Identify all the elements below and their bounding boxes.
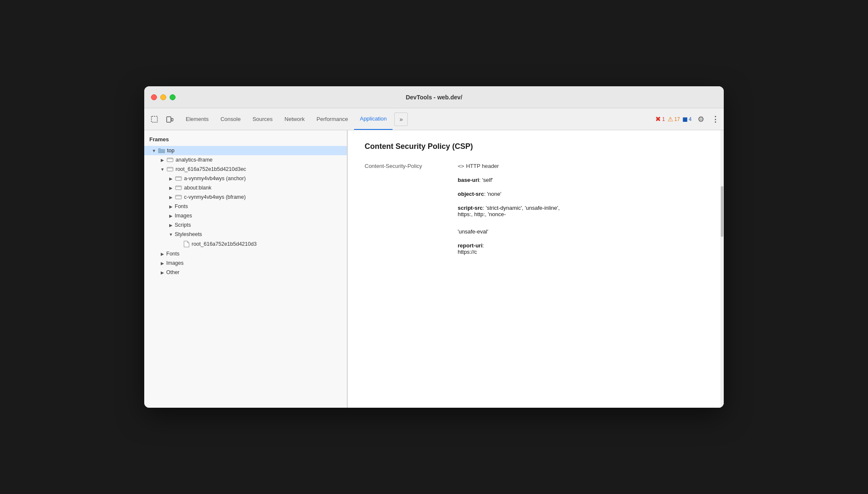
sidebar-item-fonts-sub-label: Fonts (175, 203, 188, 209)
csp-label-empty-4 (365, 225, 458, 242)
content-scrollbar (720, 130, 724, 408)
chevron-stylesheets-sub: ▼ (168, 231, 174, 237)
csp-label: Content-Security-Policy (365, 163, 458, 177)
chevron-fonts-sub: ▶ (168, 203, 174, 209)
settings-button[interactable]: ⚙ (694, 113, 708, 126)
csp-value-script-src: script-src: 'strict-dynamic', 'unsafe-in… (458, 205, 703, 225)
csp-row-blank: 'unsafe-eval' (365, 225, 703, 242)
sidebar-item-scripts-sub[interactable]: ▶ Scripts (144, 220, 347, 230)
content-scrollbar-thumb[interactable] (721, 186, 723, 237)
devtools-window: DevTools - web.dev/ Elements Console (144, 86, 724, 408)
sidebar-item-scripts-sub-label: Scripts (175, 222, 191, 228)
chevron-c-vynmy: ▶ (168, 194, 174, 200)
csp-table: Content-Security-Policy <> HTTP header b… (365, 163, 703, 263)
csp-value-http: <> HTTP header (458, 163, 703, 177)
error-badge[interactable]: ✖ 1 (655, 115, 665, 123)
sidebar-item-images-top[interactable]: ▶ Images (144, 258, 347, 268)
chevron-images-top: ▶ (159, 260, 165, 266)
toolbar-tabs: Elements Console Sources Network Perform… (180, 108, 655, 130)
http-icon: <> (458, 163, 464, 169)
sidebar-item-stylesheet-file[interactable]: ▶ root_616a752e1b5d4210d3 (144, 239, 347, 249)
traffic-lights (151, 94, 176, 100)
sidebar-item-fonts-top[interactable]: ▶ Fonts (144, 249, 347, 258)
chevron-top: ▼ (151, 148, 157, 154)
more-options-button[interactable]: ⋮ (710, 113, 720, 126)
maximize-button[interactable] (170, 94, 176, 100)
sidebar-item-images-sub[interactable]: ▶ Images (144, 211, 347, 220)
sidebar-item-fonts-top-label: Fonts (166, 251, 179, 257)
sidebar-item-a-vynmy[interactable]: ▶ a-vynmy4vb4wys (anchor) (144, 174, 347, 183)
toolbar-right: ✖ 1 ⚠ 17 ◼ 4 ⚙ ⋮ (655, 113, 720, 126)
sidebar-item-analytics-iframe[interactable]: ▶ analytics-iframe (144, 155, 347, 165)
http-badge: <> HTTP header (458, 163, 499, 169)
close-button[interactable] (151, 94, 157, 100)
folder-icon-a-vynmy (175, 176, 182, 181)
sidebar-item-stylesheets-sub[interactable]: ▼ Stylesheets (144, 230, 347, 239)
folder-icon-c-vynmy (175, 194, 182, 200)
folder-icon-about-blank (175, 185, 182, 191)
select-element-button[interactable] (148, 113, 161, 126)
tab-application[interactable]: Application (354, 108, 393, 130)
chevron-analytics: ▶ (159, 157, 165, 163)
window-title: DevTools - web.dev/ (406, 94, 462, 101)
sidebar-item-stylesheet-file-label: root_616a752e1b5d4210d3 (192, 241, 257, 247)
toolbar: Elements Console Sources Network Perform… (144, 108, 724, 130)
folder-icon-top (158, 148, 165, 154)
minimize-button[interactable] (160, 94, 166, 100)
csp-label-empty-2 (365, 191, 458, 205)
sidebar-header: Frames (144, 134, 347, 146)
chevron-other-top: ▶ (159, 269, 165, 275)
csp-label-empty-5 (365, 242, 458, 263)
chevron-root-main: ▼ (159, 166, 165, 172)
sidebar-item-about-blank[interactable]: ▶ about:blank (144, 183, 347, 192)
csp-title: Content Security Policy (CSP) (365, 142, 703, 151)
svg-rect-2 (171, 118, 173, 121)
titlebar: DevTools - web.dev/ (144, 86, 724, 108)
tab-performance[interactable]: Performance (310, 108, 354, 130)
sidebar-item-root-main[interactable]: ▼ root_616a752e1b5d4210d3ec (144, 165, 347, 174)
sidebar-item-other-top-label: Other (166, 269, 179, 275)
svg-rect-11 (176, 195, 181, 199)
main-area: Frames ▼ top ▶ (144, 130, 724, 408)
tab-console[interactable]: Console (214, 108, 247, 130)
sidebar-item-images-sub-label: Images (175, 213, 192, 219)
svg-rect-9 (176, 186, 181, 190)
csp-value-report-uri: report-uri: https://c (458, 242, 703, 263)
sidebar-item-c-vynmy[interactable]: ▶ c-vynmy4vb4wys (bframe) (144, 192, 347, 202)
tab-elements[interactable]: Elements (180, 108, 214, 130)
sidebar-item-stylesheets-sub-label: Stylesheets (175, 231, 202, 237)
csp-row-header: Content-Security-Policy <> HTTP header (365, 163, 703, 177)
svg-rect-0 (151, 116, 157, 122)
svg-rect-1 (167, 117, 171, 122)
csp-value-blank: 'unsafe-eval' (458, 225, 703, 242)
chevron-images-sub: ▶ (168, 213, 174, 219)
warning-badge[interactable]: ⚠ 17 (667, 115, 680, 123)
chevron-fonts-top: ▶ (159, 251, 165, 257)
tab-network[interactable]: Network (279, 108, 311, 130)
svg-rect-7 (176, 177, 181, 181)
chevron-scripts-sub: ▶ (168, 222, 174, 228)
csp-label-empty-3 (365, 205, 458, 225)
csp-label-empty-1 (365, 177, 458, 191)
svg-rect-5 (167, 167, 173, 171)
sidebar: Frames ▼ top ▶ (144, 130, 347, 408)
folder-icon-root-main (166, 166, 174, 172)
sidebar-item-root-main-label: root_616a752e1b5d4210d3ec (176, 166, 246, 172)
device-emulation-button[interactable] (163, 113, 176, 126)
chevron-a-vynmy: ▶ (168, 176, 174, 181)
content-area: Content Security Policy (CSP) Content-Se… (348, 130, 720, 408)
sidebar-item-analytics-label: analytics-iframe (176, 157, 213, 163)
info-badge[interactable]: ◼ 4 (682, 115, 692, 123)
sidebar-item-fonts-sub[interactable]: ▶ Fonts (144, 202, 347, 211)
more-tabs-button[interactable]: » (394, 113, 408, 126)
toolbar-icons (148, 113, 176, 126)
csp-row-base-uri: base-uri: 'self' (365, 177, 703, 191)
tab-sources[interactable]: Sources (247, 108, 279, 130)
csp-row-script-src: script-src: 'strict-dynamic', 'unsafe-in… (365, 205, 703, 225)
sidebar-item-other-top[interactable]: ▶ Other (144, 268, 347, 277)
svg-rect-3 (167, 158, 173, 162)
sidebar-item-a-vynmy-label: a-vynmy4vb4wys (anchor) (184, 176, 246, 181)
sidebar-item-top[interactable]: ▼ top (144, 146, 347, 155)
sidebar-item-about-blank-label: about:blank (184, 185, 212, 191)
chevron-about-blank: ▶ (168, 185, 174, 191)
